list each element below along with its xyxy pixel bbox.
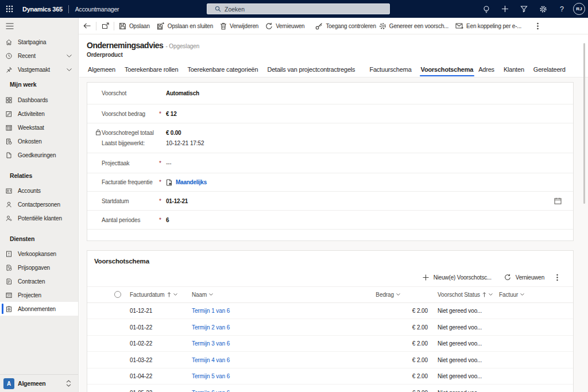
save-and-close-button[interactable]: Opslaan en sluiten	[153, 18, 216, 34]
grid-row[interactable]: 01-05-22 Termijn 6 van 6 € 2.00 Niet ger…	[87, 385, 573, 392]
app-launcher-waffle-icon[interactable]	[0, 0, 18, 18]
sidebar-item-contracten[interactable]: Contracten	[0, 274, 78, 288]
lightbulb-icon[interactable]	[477, 0, 496, 18]
tab-algemeen[interactable]: Algemeen	[88, 62, 115, 77]
tab-toerekenbare-rollen[interactable]: Toerekenbare rollen	[125, 62, 178, 77]
filter-icon[interactable]	[514, 0, 533, 18]
sidebar-item-abonnementen[interactable]: Abonnementen	[0, 302, 78, 316]
column-header-factuur[interactable]: Factuur	[499, 292, 573, 298]
app-name[interactable]: Accountmanager	[75, 6, 119, 13]
subgrid-overflow-icon[interactable]	[551, 270, 563, 285]
field-startdatum-value[interactable]: 01-12-21	[166, 198, 188, 204]
cell-naam-link[interactable]: Termijn 1 van 6	[192, 308, 230, 314]
check-access-button[interactable]: Toegang controleren	[312, 18, 379, 34]
vertical-scrollbar-thumb[interactable]	[583, 43, 585, 204]
sidebar-item-goedkeuringen[interactable]: Goedkeuringen	[0, 148, 78, 162]
help-icon[interactable]: ?	[552, 0, 571, 18]
cell-voorschot-status: Niet gereed voo...	[428, 340, 499, 347]
select-all-radio[interactable]	[114, 291, 121, 298]
field-voorschot-value[interactable]: Automatisch	[166, 90, 199, 96]
user-avatar[interactable]: RJ	[573, 3, 585, 15]
grid-row[interactable]: 01-04-22 Termijn 5 van 6 € 2.00 Niet ger…	[87, 368, 573, 385]
chevron-down-icon[interactable]	[520, 293, 524, 296]
sidebar-section-diensten: Diensten	[0, 232, 78, 246]
chevron-down-icon[interactable]	[209, 293, 213, 296]
top-navigation-bar: Dynamics 365 Accountmanager Zoeken	[0, 0, 588, 18]
sidebar-item-accounts[interactable]: Accounts	[0, 184, 78, 197]
accounts-icon	[6, 188, 12, 194]
sidebar-item-vastgemaakt[interactable]: Vastgemaakt	[0, 63, 78, 76]
sidebar-item-recent[interactable]: Recent	[0, 49, 78, 63]
chevron-down-icon[interactable]	[396, 293, 400, 296]
calendar-icon[interactable]	[554, 197, 562, 204]
record-type-subtitle: Orderproduct	[79, 50, 588, 58]
generate-schedule-button[interactable]: Genereer een voorsch...	[376, 18, 452, 34]
field-facturatie-frequentie-value[interactable]: Maandelijks	[176, 179, 207, 185]
required-marker: *	[158, 217, 166, 223]
open-in-new-window-icon[interactable]	[98, 18, 113, 34]
field-aantal-periodes-value[interactable]: 6	[166, 217, 169, 223]
email-link-button[interactable]: Een koppeling per e-...	[452, 18, 525, 34]
chevron-down-icon[interactable]	[489, 293, 493, 296]
cell-naam-link[interactable]: Termijn 4 van 6	[192, 357, 230, 363]
back-button[interactable]	[80, 18, 95, 34]
tab-klanten[interactable]: Klanten	[504, 62, 524, 77]
tab-factuurschema[interactable]: Factuurschema	[369, 62, 411, 77]
cell-naam-link[interactable]: Termijn 6 van 6	[192, 390, 230, 392]
chevron-down-icon[interactable]	[67, 55, 72, 57]
column-header-bedrag[interactable]: Bedrag	[346, 292, 428, 298]
plus-icon[interactable]	[496, 0, 514, 18]
field-voorschot-bedrag-value[interactable]: € 12	[166, 111, 176, 117]
field-voorschotregel-totaal: Voorschotregel totaal € 0.00 Laatst bijg…	[87, 123, 573, 153]
settings-gear-icon[interactable]	[533, 0, 552, 18]
sidebar-item-verkoopkansen[interactable]: Verkoopkansen	[0, 247, 78, 261]
chevron-down-icon[interactable]	[173, 293, 177, 296]
grid-row[interactable]: 01-03-22 Termijn 4 van 6 € 2.00 Niet ger…	[87, 352, 573, 368]
subgrid-refresh-button[interactable]: Vernieuwen	[498, 270, 550, 285]
record-header: Ondernemingsadvies - Opgeslagen Orderpro…	[79, 34, 588, 77]
grid-row[interactable]: 01-01-22 Termijn 2 van 6 € 2.00 Niet ger…	[87, 319, 573, 336]
record-status: - Opgeslagen	[165, 43, 199, 49]
sidebar-item-dashboards[interactable]: Dashboards	[0, 93, 78, 107]
hamburger-menu-icon[interactable]	[0, 18, 78, 34]
field-projecttaak-value[interactable]: ---	[166, 160, 171, 166]
chevron-down-icon[interactable]	[67, 68, 72, 71]
global-search-input[interactable]: Zoeken	[207, 3, 390, 14]
grid-row[interactable]: 01-02-22 Termijn 3 van 6 € 2.00 Niet ger…	[87, 336, 573, 352]
subgrid-toolbar: Nieuw(e) Voorschotsc... Vernieuwen	[87, 268, 573, 286]
sidebar-item-prijsopgaven[interactable]: Prijsopgaven	[0, 261, 78, 274]
cell-naam-link[interactable]: Termijn 2 van 6	[192, 324, 230, 331]
sidebar-item-weekstaat[interactable]: Weekstaat	[0, 121, 78, 134]
sidebar-item-potentiele-klanten[interactable]: Potentiële klanten	[0, 211, 78, 225]
tab-toerekenbare-categorieen[interactable]: Toerekenbare categorieën	[187, 62, 258, 77]
email-link-icon	[455, 22, 463, 29]
field-voorschot: Voorschot Automatisch	[87, 83, 573, 104]
tab-gerelateerd[interactable]: Gerelateerd	[533, 62, 566, 77]
cell-naam-link[interactable]: Termijn 5 van 6	[192, 373, 230, 379]
brand-title[interactable]: Dynamics 365	[22, 6, 63, 13]
environment-picker[interactable]: A Algemeen	[0, 374, 78, 392]
sidebar-item-startpagina[interactable]: Startpagina	[0, 35, 78, 49]
command-bar: Opslaan Opslaan en sluiten Verwijderen V…	[79, 18, 588, 34]
column-header-naam[interactable]: Naam	[192, 292, 346, 298]
new-record-button[interactable]: Nieuw(e) Voorschotsc...	[417, 270, 497, 285]
save-button[interactable]: Opslaan	[115, 18, 153, 34]
sidebar-item-contactpersonen[interactable]: Contactpersonen	[0, 197, 78, 211]
command-bar-overflow-icon[interactable]	[531, 18, 544, 34]
refresh-button[interactable]: Vernieuwen	[262, 18, 308, 34]
tab-details-van-projectcontractregels[interactable]: Details van projectcontractregels	[267, 62, 355, 77]
tab-adres[interactable]: Adres	[478, 62, 494, 77]
sidebar-item-projecten[interactable]: Projecten	[0, 288, 78, 302]
cell-naam-link[interactable]: Termijn 3 van 6	[192, 340, 230, 347]
delete-button[interactable]: Verwijderen	[216, 18, 262, 34]
column-header-factuurdatum[interactable]: Factuurdatum	[123, 292, 192, 298]
sidebar-item-onkosten[interactable]: Onkosten	[0, 134, 78, 148]
expand-collapse-icon[interactable]	[66, 380, 71, 387]
grid-row[interactable]: 01-12-21 Termijn 1 van 6 € 2.00 Niet ger…	[87, 303, 573, 320]
cell-voorschot-status: Niet gereed voo...	[428, 373, 499, 379]
column-header-voorschot-status[interactable]: Voorschot Status	[428, 292, 499, 298]
required-marker: *	[158, 198, 166, 204]
sidebar-item-activiteiten[interactable]: Activiteiten	[0, 107, 78, 121]
tab-voorschotschema[interactable]: Voorschotschema	[421, 62, 474, 77]
refresh-icon	[504, 274, 511, 281]
